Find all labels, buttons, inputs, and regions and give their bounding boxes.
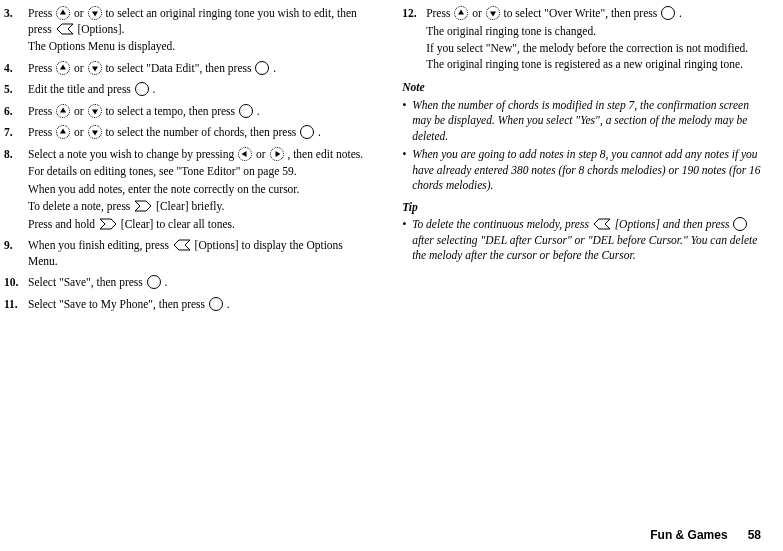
step-8: 8. Select a note you wish to change by p… bbox=[4, 147, 374, 235]
text: or bbox=[74, 62, 86, 74]
step-10: 10. Select "Save", then press . bbox=[4, 275, 374, 293]
step-11: 11. Select "Save to My Phone", then pres… bbox=[4, 297, 374, 315]
text: [Clear] to clear all tones. bbox=[121, 218, 235, 230]
step-number: 4. bbox=[4, 61, 28, 79]
step-number: 6. bbox=[4, 104, 28, 122]
step-9: 9. When you finish editing, press [Optio… bbox=[4, 238, 374, 271]
text: to select "Over Write", then press bbox=[504, 7, 661, 19]
text: To delete the continuous melody, press bbox=[412, 218, 592, 230]
text: . bbox=[257, 105, 260, 117]
ok-button-icon bbox=[147, 275, 161, 289]
step-body: Press or to select "Over Write", then pr… bbox=[426, 6, 765, 74]
ok-button-icon bbox=[255, 61, 269, 75]
text: To delete a note, press bbox=[28, 200, 133, 212]
up-arrow-icon bbox=[56, 61, 70, 75]
clear-softkey-icon bbox=[134, 200, 152, 212]
step-body: Select "Save to My Phone", then press . bbox=[28, 297, 374, 315]
up-arrow-icon bbox=[56, 6, 70, 20]
step-5: 5. Edit the title and press . bbox=[4, 82, 374, 100]
step-number: 5. bbox=[4, 82, 28, 100]
tip-heading: Tip bbox=[402, 200, 765, 216]
step-number: 11. bbox=[4, 297, 28, 315]
options-softkey-icon bbox=[173, 239, 191, 251]
up-arrow-icon bbox=[454, 6, 468, 20]
text: Select "Save", then press bbox=[28, 276, 146, 288]
text: or bbox=[74, 105, 86, 117]
text: . bbox=[165, 276, 168, 288]
step-12: 12. Press or to select "Over Write", the… bbox=[402, 6, 765, 74]
down-arrow-icon bbox=[88, 125, 102, 139]
text: or bbox=[74, 126, 86, 138]
down-arrow-icon bbox=[88, 104, 102, 118]
note-heading: Note bbox=[402, 80, 765, 96]
step-body: Press or to select "Data Edit", then pre… bbox=[28, 61, 374, 79]
ok-button-icon bbox=[209, 297, 223, 311]
note-list: • When the number of chords is modified … bbox=[402, 98, 765, 194]
text: . bbox=[679, 7, 682, 19]
up-arrow-icon bbox=[56, 104, 70, 118]
note-text: When you are going to add notes in step … bbox=[412, 147, 765, 194]
step-body: Edit the title and press . bbox=[28, 82, 374, 100]
down-arrow-icon bbox=[88, 6, 102, 20]
options-softkey-icon bbox=[56, 23, 74, 35]
step-7: 7. Press or to select the number of chor… bbox=[4, 125, 374, 143]
steps-list-left: 3. Press or to select an original ringin… bbox=[4, 6, 374, 314]
page-footer: Fun & Games 58 bbox=[650, 527, 761, 543]
step-subtext: If you select "New", the melody before t… bbox=[426, 41, 765, 72]
text: or bbox=[256, 148, 268, 160]
text: [Options]. bbox=[77, 23, 124, 35]
text: [Options] and then press bbox=[615, 218, 733, 230]
down-arrow-icon bbox=[88, 61, 102, 75]
text: , then edit notes. bbox=[287, 148, 363, 160]
step-number: 3. bbox=[4, 6, 28, 57]
tip-text: To delete the continuous melody, press [… bbox=[412, 217, 765, 264]
step-number: 12. bbox=[402, 6, 426, 74]
document-page: 3. Press or to select an original ringin… bbox=[0, 0, 783, 318]
text: Press bbox=[28, 105, 55, 117]
up-arrow-icon bbox=[56, 125, 70, 139]
step-body: Select "Save", then press . bbox=[28, 275, 374, 293]
note-item: • When you are going to add notes in ste… bbox=[402, 147, 765, 194]
text: . bbox=[153, 83, 156, 95]
step-body: Press or to select a tempo, then press . bbox=[28, 104, 374, 122]
footer-section: Fun & Games bbox=[650, 528, 727, 542]
down-arrow-icon bbox=[486, 6, 500, 20]
text: after selecting "DEL after Cursor" or "D… bbox=[412, 234, 757, 262]
step-number: 7. bbox=[4, 125, 28, 143]
text: Select "Save to My Phone", then press bbox=[28, 298, 208, 310]
text: Press and hold bbox=[28, 218, 98, 230]
tip-list: • To delete the continuous melody, press… bbox=[402, 217, 765, 264]
footer-page-number: 58 bbox=[748, 528, 761, 542]
text: . bbox=[273, 62, 276, 74]
text: Press bbox=[426, 7, 453, 19]
text: [Clear] briefly. bbox=[156, 200, 224, 212]
text: to select "Data Edit", then press bbox=[105, 62, 254, 74]
ok-button-icon bbox=[300, 125, 314, 139]
tip-item: • To delete the continuous melody, press… bbox=[402, 217, 765, 264]
note-text: When the number of chords is modified in… bbox=[412, 98, 765, 145]
text: Select a note you wish to change by pres… bbox=[28, 148, 237, 160]
step-number: 9. bbox=[4, 238, 28, 271]
options-softkey-icon bbox=[593, 218, 611, 230]
right-column: 12. Press or to select "Over Write", the… bbox=[402, 6, 765, 318]
text: to select a tempo, then press bbox=[105, 105, 238, 117]
text: to select the number of chords, then pre… bbox=[105, 126, 299, 138]
ok-button-icon bbox=[733, 217, 747, 231]
step-body: Press or to select the number of chords,… bbox=[28, 125, 374, 143]
ok-button-icon bbox=[661, 6, 675, 20]
text: Press bbox=[28, 62, 55, 74]
step-6: 6. Press or to select a tempo, then pres… bbox=[4, 104, 374, 122]
step-subtext: The original ringing tone is changed. bbox=[426, 24, 765, 40]
steps-list-right: 12. Press or to select "Over Write", the… bbox=[402, 6, 765, 74]
text: Press bbox=[28, 7, 55, 19]
ok-button-icon bbox=[239, 104, 253, 118]
step-3: 3. Press or to select an original ringin… bbox=[4, 6, 374, 57]
step-body: When you finish editing, press [Options]… bbox=[28, 238, 374, 271]
text: or bbox=[472, 7, 484, 19]
note-item: • When the number of chords is modified … bbox=[402, 98, 765, 145]
clear-softkey-icon bbox=[99, 218, 117, 230]
step-body: Select a note you wish to change by pres… bbox=[28, 147, 374, 235]
step-4: 4. Press or to select "Data Edit", then … bbox=[4, 61, 374, 79]
step-number: 10. bbox=[4, 275, 28, 293]
bullet-icon: • bbox=[402, 147, 412, 194]
